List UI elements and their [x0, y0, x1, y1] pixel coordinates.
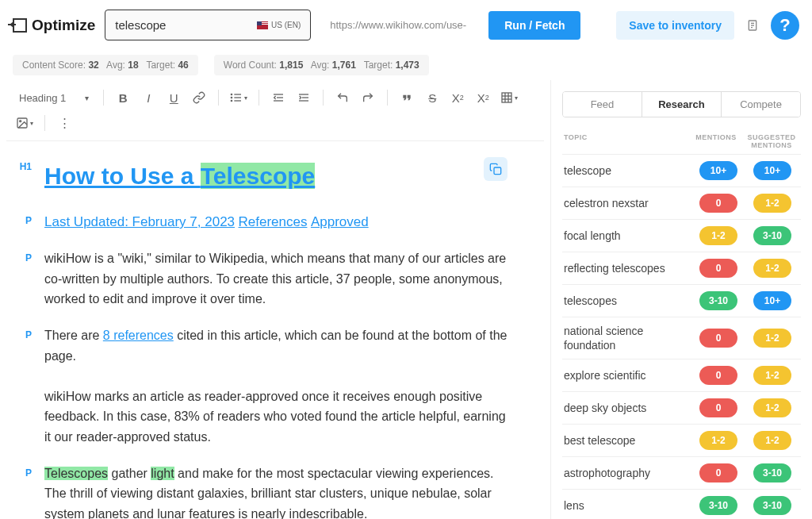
paragraph[interactable]: There are 8 references cited in this art…	[44, 325, 512, 448]
redo-button[interactable]	[357, 86, 379, 109]
svg-point-7	[232, 94, 232, 94]
image-button[interactable]	[13, 112, 36, 134]
topic-name: telescope	[564, 163, 691, 178]
topic-row[interactable]: explore scientific 0 1-2	[562, 359, 801, 391]
topic-row[interactable]: lens 3-10 3-10	[562, 489, 801, 517]
block-tag-p: P	[6, 325, 32, 448]
svg-rect-16	[502, 93, 511, 102]
suggested-badge: 1-2	[753, 366, 791, 385]
suggested-badge: 1-2	[753, 329, 791, 348]
references-count-link[interactable]: 8 references	[103, 329, 174, 342]
svg-point-8	[232, 97, 232, 98]
heading-select[interactable]: Heading 1	[13, 87, 95, 109]
document-icon[interactable]	[744, 17, 761, 34]
help-button[interactable]: ?	[771, 11, 799, 40]
topic-name: explore scientific	[564, 368, 691, 383]
quote-button[interactable]	[396, 86, 418, 109]
topic-row[interactable]: national science foundation 0 1-2	[562, 317, 801, 359]
topic-name: telescopes	[564, 294, 691, 308]
suggested-badge: 1-2	[753, 398, 791, 417]
bullet-list-button[interactable]	[227, 86, 251, 109]
topic-row[interactable]: celestron nexstar 0 1-2	[562, 186, 801, 219]
more-button[interactable]: ⋮	[53, 112, 75, 134]
mentions-badge: 0	[699, 329, 737, 348]
logo: Optimize	[13, 17, 95, 34]
block-tag-p: P	[6, 211, 32, 233]
mentions-badge: 1-2	[699, 226, 737, 245]
underline-button[interactable]: U	[163, 86, 185, 109]
topic-name: best telescope	[564, 433, 691, 448]
mentions-badge: 0	[699, 463, 737, 482]
mentions-badge: 1-2	[699, 431, 737, 450]
mentions-badge: 3-10	[699, 291, 737, 310]
indent-button[interactable]	[293, 86, 315, 109]
tab-compete[interactable]: Compete	[722, 92, 800, 117]
table-button[interactable]	[497, 86, 521, 109]
svg-point-22	[20, 121, 21, 122]
paragraph[interactable]: Telescopes gather light and make for the…	[44, 463, 512, 519]
suggested-badge: 10+	[753, 161, 791, 180]
subscript-button[interactable]: X2	[446, 86, 469, 109]
meta-paragraph[interactable]: Last Updated: February 7, 2023 Reference…	[44, 211, 512, 233]
suggested-badge: 10+	[753, 291, 791, 310]
topic-name: reflecting telescopes	[564, 261, 691, 275]
superscript-button[interactable]: X2	[472, 86, 494, 109]
highlighted-keyword: Telescopes	[44, 467, 108, 480]
editor-section: Heading 1 B I U S X2 X2 ⋮	[0, 80, 550, 519]
topic-name: focal length	[564, 229, 691, 243]
research-panel: Feed Research Compete TOPIC MENTIONS SUG…	[550, 80, 812, 519]
strikethrough-button[interactable]: S	[421, 86, 443, 109]
col-mentions: MENTIONS	[688, 133, 744, 149]
last-updated-link[interactable]: Last Updated: February 7, 2023	[44, 214, 235, 229]
us-flag-icon	[257, 21, 268, 29]
topic-list: telescope 10+ 10+ celestron nexstar 0 1-…	[562, 154, 801, 517]
topic-row[interactable]: focal length 1-2 3-10	[562, 219, 801, 252]
keyword-value: telescope	[115, 18, 166, 32]
topic-row[interactable]: reflecting telescopes 0 1-2	[562, 252, 801, 284]
locale-selector[interactable]: US (EN)	[257, 21, 301, 29]
panel-tabs: Feed Research Compete	[562, 91, 801, 117]
link-button[interactable]	[188, 86, 210, 109]
top-bar: Optimize telescope US (EN) https://www.w…	[0, 0, 812, 50]
topic-name: astrophotography	[564, 466, 691, 480]
paragraph[interactable]: wikiHow is a "wiki," similar to Wikipedi…	[44, 248, 512, 309]
keyword-input[interactable]: telescope US (EN)	[105, 10, 311, 40]
topic-name: national science foundation	[564, 324, 691, 352]
italic-button[interactable]: I	[137, 86, 159, 109]
highlighted-keyword: light	[151, 467, 174, 480]
topic-row[interactable]: astrophotography 0 3-10	[562, 456, 801, 489]
url-input[interactable]: https://www.wikihow.com/use-	[320, 11, 479, 39]
suggested-badge: 1-2	[753, 194, 791, 213]
mentions-badge: 0	[699, 398, 737, 417]
topic-row[interactable]: deep sky objects 0 1-2	[562, 391, 801, 424]
save-inventory-button[interactable]: Save to inventory	[616, 11, 734, 40]
topic-name: lens	[564, 498, 691, 513]
heading-1[interactable]: How to Use a Telescope	[44, 157, 512, 195]
editor-content[interactable]: H1 How to Use a Telescope P Last Updated…	[6, 141, 544, 519]
optimize-icon	[13, 18, 27, 33]
topic-row[interactable]: telescopes 3-10 10+	[562, 284, 801, 317]
run-fetch-button[interactable]: Run / Fetch	[488, 11, 580, 40]
outdent-button[interactable]	[267, 86, 289, 109]
mentions-badge: 3-10	[699, 496, 737, 515]
content-score-stats: Content Score: 32 Avg: 18 Target: 46	[13, 55, 198, 75]
tab-research[interactable]: Research	[642, 92, 722, 117]
main-area: Heading 1 B I U S X2 X2 ⋮	[0, 80, 812, 519]
bold-button[interactable]: B	[112, 86, 134, 109]
suggested-badge: 1-2	[753, 431, 791, 450]
mentions-badge: 0	[699, 366, 737, 385]
suggested-badge: 3-10	[753, 226, 791, 245]
tab-feed[interactable]: Feed	[563, 92, 642, 117]
topic-row[interactable]: telescope 10+ 10+	[562, 154, 801, 186]
highlighted-keyword: Telescope	[201, 163, 316, 189]
undo-button[interactable]	[331, 86, 354, 109]
copy-button[interactable]	[484, 157, 508, 181]
editor-toolbar: Heading 1 B I U S X2 X2 ⋮	[6, 80, 544, 141]
col-topic: TOPIC	[564, 133, 688, 149]
approved-link[interactable]: Approved	[311, 214, 369, 229]
references-link[interactable]: References	[239, 214, 308, 229]
suggested-badge: 1-2	[753, 259, 791, 278]
topic-row[interactable]: best telescope 1-2 1-2	[562, 424, 801, 456]
block-tag-p: P	[6, 248, 32, 309]
mentions-badge: 0	[699, 194, 737, 213]
